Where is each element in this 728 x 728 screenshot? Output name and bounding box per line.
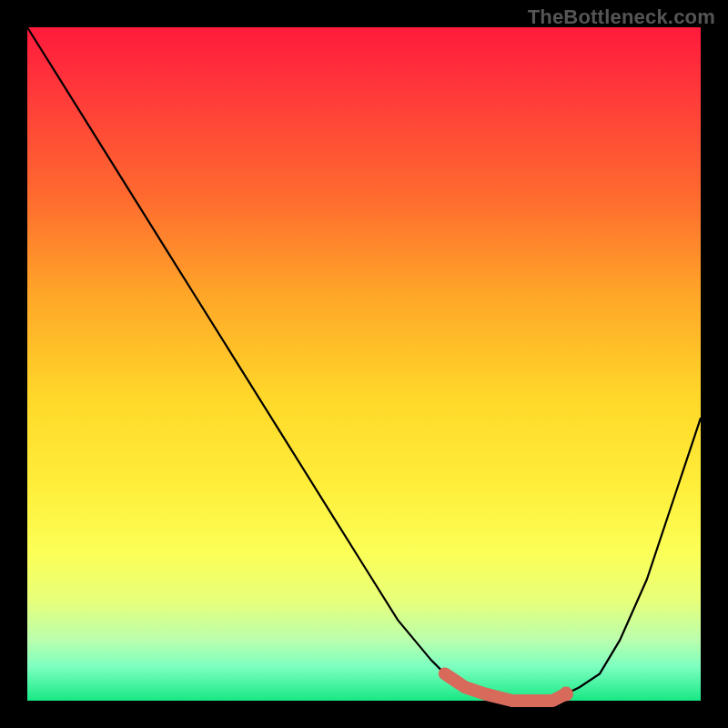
- optimal-marker: [559, 687, 573, 702]
- bottleneck-curve: [27, 27, 701, 701]
- chart-svg: [27, 27, 701, 701]
- optimal-range-highlight: [445, 673, 566, 701]
- plot-area: [27, 27, 701, 701]
- attribution-text: TheBottleneck.com: [528, 5, 715, 29]
- chart-frame: TheBottleneck.com: [0, 0, 728, 728]
